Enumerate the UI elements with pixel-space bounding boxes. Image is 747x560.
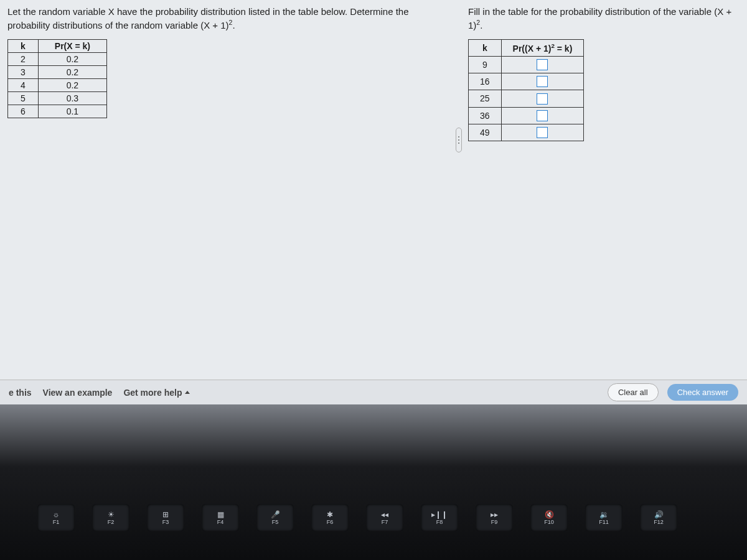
keyboard-key: 🔊F12 [640, 504, 677, 531]
volume-up-icon: 🔊 [654, 510, 664, 519]
key-label: F5 [272, 519, 279, 525]
probability-input[interactable] [537, 127, 548, 138]
get-more-help-link[interactable]: Get more help [123, 388, 189, 398]
answer-cell [501, 90, 584, 107]
answer-distribution-table: k Pr((X + 1)2 = k) 9 16 25 36 49 [468, 39, 584, 141]
keyboard-key: ▸❙❙F8 [421, 504, 458, 531]
keyboard-key: ▦F4 [202, 504, 239, 531]
cell-p: 0.2 [38, 79, 106, 92]
chevron-up-icon [185, 391, 190, 394]
cell-p: 0.1 [38, 105, 106, 118]
answer-cell [501, 107, 584, 124]
mute-icon: 🔇 [545, 510, 554, 519]
table-row: 36 [469, 107, 584, 124]
view-example-link[interactable]: View an example [43, 388, 113, 398]
key-label: F9 [491, 519, 498, 525]
key-label: F3 [162, 519, 169, 525]
sun-dim-icon: ☼ [53, 510, 60, 519]
answer-prompt-a: Fill in the table for the probability di… [468, 6, 731, 30]
answer-k: 25 [469, 90, 502, 107]
answer-cell [501, 73, 584, 90]
given-header-k: k [8, 40, 39, 53]
keyboard-key: 🎤F5 [256, 504, 294, 531]
keyboard-key: ▸▸F9 [476, 504, 513, 531]
prompt-line1: Let the random variable X have the proba… [7, 6, 409, 17]
table-row: 20.2 [8, 53, 107, 66]
key-label: F8 [436, 519, 443, 525]
prev-track-icon: ◂◂ [381, 510, 388, 519]
answer-k: 16 [469, 73, 502, 90]
table-row: 49 [469, 124, 584, 141]
keyboard-key: ◂◂F7 [366, 504, 403, 531]
probability-input[interactable] [537, 110, 548, 121]
cell-k: 2 [8, 53, 39, 66]
key-label: F11 [599, 519, 609, 525]
clear-all-button[interactable]: Clear all [608, 383, 659, 401]
task-view-icon: ⊞ [162, 510, 169, 519]
brightness-icon: ✱ [327, 510, 333, 519]
action-bar: e this View an example Get more help Cle… [0, 380, 747, 404]
key-label: F12 [654, 519, 664, 525]
answer-header-k: k [469, 40, 502, 57]
prompt-line2a: probability distributions of the random … [7, 20, 229, 30]
get-help-label: Get more help [123, 388, 182, 398]
answer-prompt: Fill in the table for the probability di… [468, 5, 740, 32]
grid-icon: ▦ [217, 510, 224, 519]
key-label: F6 [327, 519, 334, 525]
check-answer-button[interactable]: Check answer [667, 384, 738, 401]
answer-header-p: Pr((X + 1)2 = k) [501, 40, 584, 57]
laptop-keyboard-area: ☼F1 ☀F2 ⊞F3 ▦F4 🎤F5 ✱F6 ◂◂F7 ▸❙❙F8 ▸▸F9 … [0, 404, 747, 560]
function-key-row: ☼F1 ☀F2 ⊞F3 ▦F4 🎤F5 ✱F6 ◂◂F7 ▸❙❙F8 ▸▸F9 … [0, 504, 747, 541]
table-row: 25 [469, 90, 584, 107]
prompt-line2b: . [232, 20, 235, 30]
keyboard-key: ☼F1 [37, 504, 75, 531]
answer-cell [501, 124, 584, 141]
answer-k: 9 [469, 56, 502, 73]
table-row: 30.2 [8, 66, 107, 79]
action-buttons: Clear all Check answer [608, 383, 738, 401]
sun-bright-icon: ☀ [108, 510, 115, 519]
cell-k: 6 [8, 105, 39, 118]
key-label: F4 [217, 519, 224, 525]
keyboard-key: 🔉F11 [585, 504, 622, 531]
e-this-link[interactable]: e this [9, 388, 32, 398]
answer-k: 36 [469, 107, 502, 124]
cell-p: 0.3 [38, 92, 106, 105]
answer-cell [501, 56, 584, 73]
probability-input[interactable] [537, 59, 548, 70]
question-panel: Let the random variable X have the proba… [7, 5, 456, 375]
keyboard-key: 🔇F10 [530, 504, 568, 531]
answer-panel: Fill in the table for the probability di… [456, 5, 740, 375]
key-label: F7 [382, 519, 388, 525]
cell-k: 3 [8, 66, 39, 79]
table-row: 16 [469, 73, 584, 90]
probability-input[interactable] [537, 93, 548, 105]
cell-k: 4 [8, 79, 39, 92]
panel-divider-handle[interactable] [456, 128, 462, 152]
given-distribution-table: k Pr(X = k) 20.2 30.2 40.2 50.3 60.1 [7, 39, 107, 118]
help-links: e this View an example Get more help [9, 388, 190, 398]
key-label: F2 [108, 519, 115, 525]
table-row: 60.1 [8, 105, 107, 118]
cell-k: 5 [8, 92, 39, 105]
answer-k: 49 [469, 124, 502, 141]
table-row: 50.3 [8, 92, 107, 105]
key-label: F10 [544, 519, 554, 525]
cell-p: 0.2 [38, 66, 106, 79]
keyboard-key: ⊞F3 [147, 504, 184, 531]
hdr-a: Pr((X + 1) [513, 44, 552, 54]
keyboard-key: ✱F6 [311, 504, 349, 531]
table-row: 40.2 [8, 79, 107, 92]
key-label: F1 [53, 519, 60, 525]
volume-down-icon: 🔉 [599, 510, 609, 519]
play-pause-icon: ▸❙❙ [431, 510, 448, 519]
answer-prompt-b: . [480, 20, 482, 30]
given-header-p: Pr(X = k) [38, 40, 106, 53]
cell-p: 0.2 [38, 53, 106, 66]
table-row: 9 [469, 56, 584, 73]
mic-icon: 🎤 [271, 510, 280, 519]
next-track-icon: ▸▸ [491, 510, 498, 519]
probability-input[interactable] [537, 76, 548, 87]
question-prompt: Let the random variable X have the proba… [7, 5, 443, 32]
keyboard-key: ☀F2 [92, 504, 129, 531]
